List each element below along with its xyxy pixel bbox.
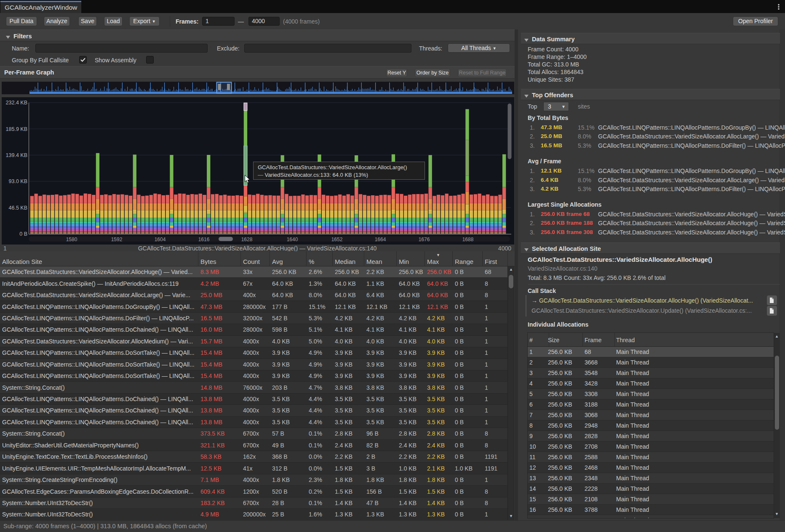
svg-text:1604: 1604 <box>155 237 166 242</box>
svg-text:0 B: 0 B <box>19 231 27 237</box>
svg-text:1628: 1628 <box>241 237 253 242</box>
svg-text:1616: 1616 <box>198 237 210 242</box>
svg-text:1664: 1664 <box>375 237 386 242</box>
svg-text:1676: 1676 <box>419 237 430 242</box>
svg-text:232.4 KB: 232.4 KB <box>6 100 27 106</box>
svg-text:139.4 KB: 139.4 KB <box>6 152 27 158</box>
svg-text:1688: 1688 <box>462 237 474 242</box>
svg-text:185.9 KB: 185.9 KB <box>6 126 27 132</box>
svg-text:1580: 1580 <box>66 237 77 242</box>
svg-text:1640: 1640 <box>287 237 298 242</box>
svg-text:1592: 1592 <box>111 237 123 242</box>
svg-text:93.0 KB: 93.0 KB <box>9 178 27 184</box>
svg-text:1652: 1652 <box>331 237 343 242</box>
svg-text:46.5 KB: 46.5 KB <box>9 205 27 211</box>
